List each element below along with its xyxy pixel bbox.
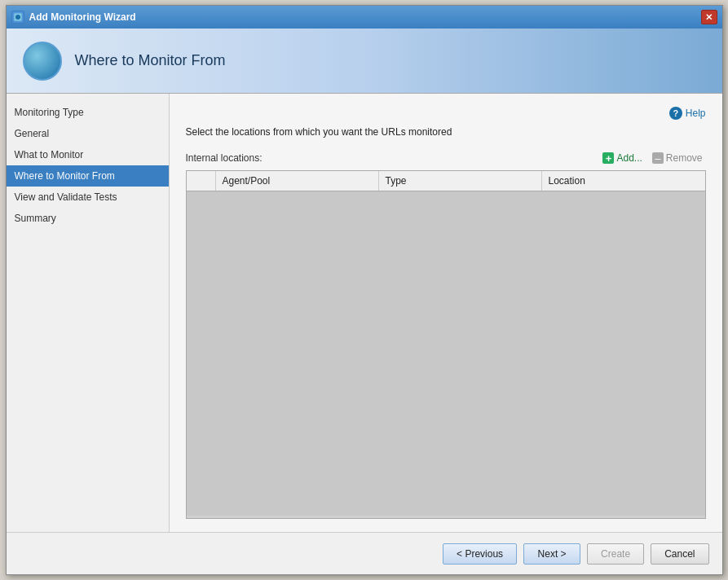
help-row: ? Help <box>186 107 706 120</box>
svg-point-1 <box>15 15 20 20</box>
window-icon <box>11 11 24 24</box>
cancel-button[interactable]: Cancel <box>651 543 708 565</box>
internal-locations-label: Internal locations: <box>186 152 263 164</box>
table-header: Agent/Pool Type Location <box>187 171 705 191</box>
content-area: ? Help Select the locations from which y… <box>170 94 722 532</box>
locations-table: Agent/Pool Type Location <box>186 170 706 519</box>
col-agent-pool: Agent/Pool <box>216 171 379 191</box>
help-icon: ? <box>669 107 682 120</box>
section-description: Select the locations from which you want… <box>186 126 706 138</box>
previous-button[interactable]: < Previous <box>443 543 517 565</box>
locations-header: Internal locations: + Add... – Remove <box>186 151 706 165</box>
col-location: Location <box>542 171 705 191</box>
add-label: Add... <box>616 152 642 164</box>
help-label: Help <box>686 108 706 119</box>
action-buttons: + Add... – Remove <box>599 151 705 165</box>
add-button[interactable]: + Add... <box>599 151 645 165</box>
create-button[interactable]: Create <box>587 543 644 565</box>
sidebar-item-where-monitor-from[interactable]: Where to Monitor From <box>7 165 169 187</box>
close-button[interactable]: ✕ <box>701 10 717 24</box>
sidebar-item-summary[interactable]: Summary <box>7 208 169 229</box>
remove-button[interactable]: – Remove <box>649 151 706 165</box>
sidebar-item-what-to-monitor[interactable]: What to Monitor <box>7 144 169 165</box>
wizard-window: Add Monitoring Wizard ✕ Where to Monitor… <box>6 5 723 575</box>
main-body: Monitoring Type General What to Monitor … <box>7 94 722 532</box>
page-title: Where to Monitor From <box>75 52 226 69</box>
footer: < Previous Next > Create Cancel <box>7 532 722 574</box>
remove-icon: – <box>652 152 664 164</box>
sidebar-item-monitoring-type[interactable]: Monitoring Type <box>7 102 169 123</box>
next-button[interactable]: Next > <box>523 543 580 565</box>
title-bar: Add Monitoring Wizard ✕ <box>7 6 722 29</box>
add-icon: + <box>602 152 614 164</box>
sidebar-item-general[interactable]: General <box>7 123 169 144</box>
wizard-icon <box>23 42 62 81</box>
help-button[interactable]: ? Help <box>669 107 706 120</box>
remove-label: Remove <box>666 152 703 164</box>
window-title: Add Monitoring Wizard <box>29 11 701 23</box>
col-checkbox <box>187 171 216 191</box>
sidebar: Monitoring Type General What to Monitor … <box>7 94 170 532</box>
table-body <box>187 191 705 516</box>
sidebar-item-view-validate-tests[interactable]: View and Validate Tests <box>7 187 169 208</box>
col-type: Type <box>379 171 542 191</box>
header-banner: Where to Monitor From <box>7 29 722 94</box>
